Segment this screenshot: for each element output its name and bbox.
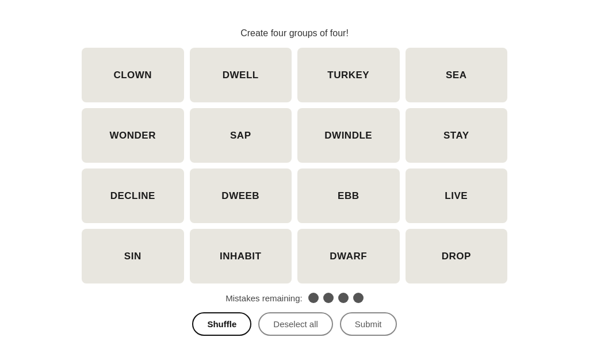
deselect-button[interactable]: Deselect all — [258, 312, 333, 336]
word-grid: CLOWNDWELLTURKEYSEAWONDERSAPDWINDLESTAYD… — [82, 48, 507, 283]
word-card-label: STAY — [443, 130, 469, 141]
word-card-label: DROP — [442, 251, 471, 262]
word-card[interactable]: INHABIT — [190, 229, 292, 283]
submit-button[interactable]: Submit — [340, 312, 397, 336]
word-card[interactable]: DROP — [406, 229, 508, 283]
mistake-dot-2 — [323, 293, 334, 303]
word-card-label: LIVE — [445, 190, 468, 202]
word-card[interactable]: DWARF — [297, 229, 400, 283]
word-card-label: TURKEY — [327, 70, 369, 81]
word-card-label: INHABIT — [220, 251, 261, 262]
word-card[interactable]: SIN — [82, 229, 184, 283]
word-card[interactable]: WONDER — [82, 108, 184, 163]
word-card[interactable]: TURKEY — [297, 48, 400, 102]
mistakes-row: Mistakes remaining: — [225, 293, 363, 303]
instructions-text: Create four groups of four! — [240, 28, 349, 39]
buttons-row: Shuffle Deselect all Submit — [192, 312, 396, 336]
word-card[interactable]: LIVE — [406, 168, 508, 223]
mistake-dot-3 — [338, 293, 349, 303]
word-card-label: WONDER — [110, 130, 156, 141]
mistake-dot-1 — [308, 293, 319, 303]
word-card[interactable]: DWINDLE — [297, 108, 400, 163]
word-card-label: SEA — [446, 70, 466, 81]
mistake-dot-4 — [353, 293, 364, 303]
word-card-label: SAP — [230, 130, 251, 141]
word-card-label: DWELL — [223, 70, 259, 81]
word-card[interactable]: SAP — [190, 108, 292, 163]
word-card-label: DECLINE — [110, 190, 155, 202]
word-card-label: DWARF — [330, 251, 367, 262]
word-card[interactable]: EBB — [297, 168, 400, 223]
word-card-label: EBB — [338, 190, 359, 202]
word-card-label: SIN — [124, 251, 141, 262]
word-card-label: CLOWN — [113, 70, 152, 81]
mistakes-label: Mistakes remaining: — [225, 293, 302, 303]
word-card[interactable]: CLOWN — [82, 48, 184, 102]
word-card-label: DWINDLE — [324, 130, 372, 141]
word-card-label: DWEEB — [221, 190, 259, 202]
word-card[interactable]: DECLINE — [82, 168, 184, 223]
shuffle-button[interactable]: Shuffle — [192, 312, 251, 336]
word-card[interactable]: DWEEB — [190, 168, 292, 223]
word-card[interactable]: SEA — [406, 48, 508, 102]
word-card[interactable]: STAY — [406, 108, 508, 163]
word-card[interactable]: DWELL — [190, 48, 292, 102]
game-container: Create four groups of four! CLOWNDWELLTU… — [82, 28, 507, 336]
mistakes-dots — [308, 293, 364, 303]
